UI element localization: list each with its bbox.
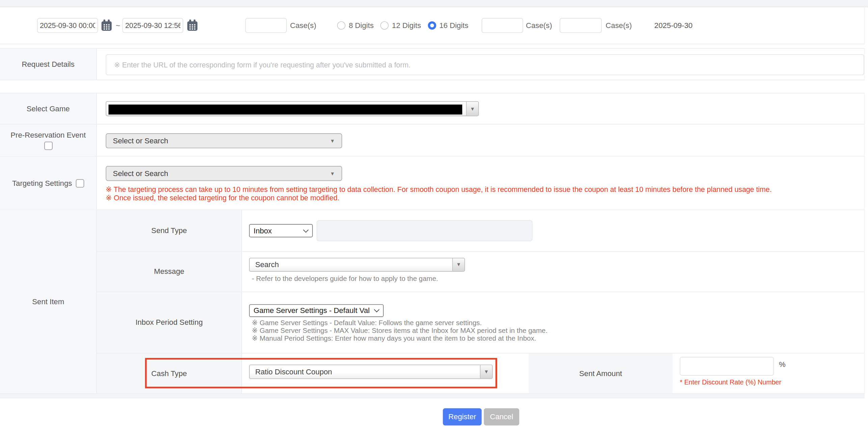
sent-amount-input[interactable]	[680, 357, 774, 376]
targeting-settings-label: Targeting Settings	[0, 156, 97, 209]
request-details-label: Request Details	[0, 49, 97, 80]
chevron-down-icon: ▼	[480, 365, 492, 378]
radio-12-digits-label: 12 Digits	[392, 21, 421, 30]
radio-16-digits-label: 16 Digits	[439, 21, 468, 30]
send-type-label-text: Send Type	[151, 227, 187, 235]
targeting-settings-row: Targeting Settings Select or Search ▼ ※ …	[0, 156, 865, 210]
start-datetime-input[interactable]	[37, 18, 98, 33]
targeting-settings-label-text: Targeting Settings	[12, 179, 72, 188]
message-note: - Refer to the developers guide for how …	[252, 275, 438, 283]
game-select[interactable]: ▼	[106, 101, 479, 116]
calendar-icon[interactable]	[100, 19, 112, 32]
send-type-disabled-input	[317, 220, 533, 241]
send-type-select-wrap: Inbox	[249, 224, 313, 237]
register-button[interactable]: Register	[443, 408, 482, 426]
form-actions: Register Cancel	[0, 408, 868, 426]
chevron-down-icon: ▼	[330, 171, 335, 176]
cash-type-label: Cash Type	[97, 354, 242, 394]
cancel-button[interactable]: Cancel	[484, 408, 519, 426]
issue-case-count-input[interactable]	[482, 18, 523, 33]
message-row: Message Search ▼ - Refer to the develope…	[97, 252, 864, 292]
cases-label: Case(s)	[290, 21, 317, 30]
send-type-row: Send Type Inbox	[97, 210, 864, 252]
inbox-period-row: Inbox Period Setting Game Server Setting…	[97, 292, 864, 353]
radio-option-16-digits: 16 Digits	[428, 21, 468, 30]
redacted-game-name	[108, 105, 462, 115]
chevron-down-icon: ▼	[330, 138, 335, 143]
sent-item-rows: Send Type Inbox Message	[97, 210, 864, 393]
radio-12-digits[interactable]	[380, 21, 389, 30]
send-type-label: Send Type	[97, 210, 242, 251]
coupon-request-form: ~ Case(s) 8 Digits 12	[0, 0, 868, 429]
section-divider	[0, 394, 865, 398]
select-game-row: Select Game ▼	[0, 93, 865, 124]
inbox-period-content: Game Server Settings - Default Value ※ G…	[242, 292, 864, 353]
pre-reservation-event-label-text: Pre-Reservation Event	[10, 131, 86, 139]
select-game-label-text: Select Game	[27, 105, 70, 113]
message-content: Search ▼ - Refer to the developers guide…	[242, 252, 864, 291]
cases-label: Case(s)	[526, 21, 552, 30]
pre-reservation-event-row: Pre-Reservation Event Select or Search ▼	[0, 124, 865, 156]
request-details-label-text: Request Details	[22, 60, 75, 68]
coupon-case-count-input[interactable]	[245, 18, 287, 33]
targeting-warning-2: ※ Once issued, the selected targeting fo…	[106, 194, 339, 202]
sent-item-label: Sent Item	[0, 210, 97, 393]
cash-type-select-value: Ratio Discount Coupon	[250, 365, 480, 378]
cases-label: Case(s)	[605, 21, 632, 30]
message-select-value: Search	[250, 258, 452, 271]
sent-item-label-text: Sent Item	[32, 297, 64, 306]
calendar-icon	[101, 19, 112, 31]
sent-amount-label: Sent Amount	[528, 354, 672, 394]
targeting-warning-1: ※ The targeting process can take up to 1…	[106, 185, 771, 194]
radio-option-8-digits: 8 Digits	[337, 21, 374, 30]
date-range-separator: ~	[116, 21, 120, 30]
targeting-select-value: Select or Search	[113, 169, 168, 178]
select-game-label: Select Game	[0, 93, 97, 124]
message-label-text: Message	[154, 267, 184, 276]
cash-type-label-text: Cash Type	[151, 369, 187, 378]
pre-reservation-event-select-value: Select or Search	[113, 137, 168, 145]
sent-amount-label-text: Sent Amount	[579, 369, 622, 378]
inbox-period-label-text: Inbox Period Setting	[135, 318, 202, 327]
pre-reservation-event-checkbox[interactable]	[44, 141, 52, 150]
chevron-down-icon: ▼	[466, 102, 478, 116]
pre-reservation-event-select[interactable]: Select or Search ▼	[106, 133, 342, 148]
calendar-icon	[186, 19, 198, 31]
targeting-settings-checkbox[interactable]	[76, 179, 84, 188]
filter-row: ~ Case(s) 8 Digits 12	[0, 7, 865, 44]
send-type-content: Inbox	[242, 210, 864, 251]
radio-16-digits[interactable]	[428, 21, 436, 30]
pre-reservation-event-label: Pre-Reservation Event	[0, 124, 97, 156]
inbox-period-note-1: ※ Game Server Settings - Default Value: …	[252, 318, 482, 327]
game-select-value	[106, 102, 466, 116]
request-details-row: Request Details	[0, 48, 865, 80]
sent-item-section: Sent Item Send Type Inbox	[0, 210, 865, 394]
message-select[interactable]: Search ▼	[249, 258, 465, 271]
inbox-period-select[interactable]: Game Server Settings - Default Value	[249, 304, 384, 317]
limit-case-count-input[interactable]	[560, 18, 602, 33]
inbox-period-note-2: ※ Game Server Settings - MAX Value: Stor…	[252, 326, 547, 335]
digit-radio-group: 8 Digits 12 Digits 16 Digits	[337, 21, 468, 30]
sent-amount-unit: %	[779, 360, 786, 369]
targeting-select[interactable]: Select or Search ▼	[106, 166, 342, 181]
request-details-input[interactable]	[106, 54, 864, 75]
cash-type-row: Cash Type Ratio Discount Coupon ▼ Sent A…	[97, 354, 864, 394]
sent-amount-note: * Enter Discount Rate (%) Number	[680, 378, 781, 386]
chevron-down-icon: ▼	[452, 258, 464, 271]
top-strip	[0, 0, 868, 7]
message-label: Message	[97, 252, 242, 291]
cash-type-select[interactable]: Ratio Discount Coupon ▼	[249, 365, 493, 379]
send-type-select[interactable]: Inbox	[249, 224, 313, 237]
inbox-period-select-wrap: Game Server Settings - Default Value	[249, 304, 384, 317]
radio-8-digits[interactable]	[337, 21, 346, 30]
end-datetime-input[interactable]	[123, 18, 183, 33]
inbox-period-note-3: ※ Manual Period Settings: Enter how many…	[252, 334, 536, 342]
radio-8-digits-label: 8 Digits	[349, 21, 374, 30]
calendar-icon[interactable]	[186, 19, 198, 32]
reference-date: 2025-09-30	[654, 21, 693, 30]
inbox-period-label: Inbox Period Setting	[97, 292, 242, 353]
radio-option-12-digits: 12 Digits	[380, 21, 421, 30]
